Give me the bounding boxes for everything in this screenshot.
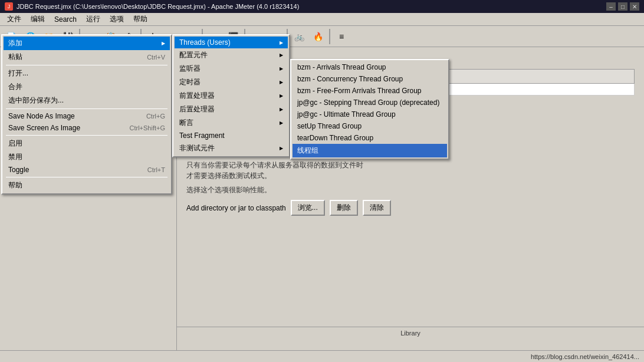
ctx-teardown[interactable]: tearDown Thread Group <box>293 132 447 144</box>
clear-button[interactable]: 🚲 <box>290 28 308 45</box>
ctx-sep-4 <box>6 177 167 177</box>
toggle-label: Toggle <box>8 166 29 174</box>
config-label: 配置元件 <box>179 50 208 60</box>
ctx-pre-processor[interactable]: 前置处理器 ▶ <box>175 89 288 103</box>
ctx-enable[interactable]: 启用 <box>4 137 170 150</box>
separator-6 <box>329 29 330 44</box>
clear-all-button[interactable]: 🔥 <box>309 28 327 45</box>
context-menu-3[interactable]: bzm - Arrivals Thread Group bzm - Concur… <box>290 59 449 160</box>
report-button[interactable]: ≡ <box>333 28 350 45</box>
post-processor-label: 后置处理器 <box>179 104 215 114</box>
menu-options[interactable]: 选项 <box>105 13 129 25</box>
non-test-arrow-icon: ▶ <box>280 146 283 151</box>
status-url: https://blog.csdn.net/weixin_462414... <box>531 353 639 360</box>
ctx-save-node[interactable]: Save Node As Image Ctrl+G <box>4 110 170 122</box>
add-arrow-icon: ▶ <box>162 41 165 46</box>
menu-bar: 文件 编辑 Search 运行 选项 帮助 <box>0 13 644 26</box>
setup-label: setUp Thread Group <box>297 122 362 130</box>
ctx-setup[interactable]: setUp Thread Group <box>293 120 447 132</box>
ctx-disable[interactable]: 禁用 <box>4 150 170 164</box>
ctx-assertion[interactable]: 断言 ▶ <box>175 116 288 130</box>
ctx-merge[interactable]: 合并 <box>4 80 170 94</box>
pre-arrow-icon: ▶ <box>280 93 283 98</box>
menu-file[interactable]: 文件 <box>2 13 26 25</box>
ctx-jpgc-ultimate[interactable]: jp@gc - Ultimate Thread Group <box>293 108 447 120</box>
window-controls[interactable]: – □ ✕ <box>606 2 639 11</box>
timer-arrow-icon: ▶ <box>280 80 283 85</box>
threads-label: Threads (Users) <box>179 38 231 47</box>
clear-classpath-button[interactable]: 清除 <box>363 200 391 216</box>
listener-label: 监听器 <box>179 64 201 74</box>
help-label: 帮助 <box>8 180 22 190</box>
ctx-open[interactable]: 打开... <box>4 67 170 80</box>
ctx-paste[interactable]: 粘贴 Ctrl+V <box>4 50 170 64</box>
save-node-shortcut: Ctrl+G <box>146 113 165 120</box>
menu-edit[interactable]: 编辑 <box>26 13 50 25</box>
post-arrow-icon: ▶ <box>280 107 283 112</box>
config-arrow-icon: ▶ <box>280 52 283 58</box>
ctx-non-test[interactable]: 非测试元件 ▶ <box>175 141 288 155</box>
maximize-button[interactable]: □ <box>618 2 627 11</box>
bzm-free-form-label: bzm - Free-Form Arrivals Thread Group <box>297 87 422 95</box>
ctx-threads[interactable]: Threads (Users) ▶ <box>175 37 288 48</box>
paste-label: 粘贴 <box>8 52 22 62</box>
ctx-sep-3 <box>6 135 167 136</box>
ctx-help[interactable]: 帮助 <box>4 179 170 192</box>
delete-classpath-button[interactable]: 删除 <box>330 200 358 216</box>
ctx-toggle[interactable]: Toggle Ctrl+T <box>4 164 170 176</box>
pre-processor-label: 前置处理器 <box>179 91 215 101</box>
add-label: 添加 <box>8 38 22 48</box>
menu-search[interactable]: Search <box>50 14 81 25</box>
status-bar: https://blog.csdn.net/weixin_462414... <box>0 350 644 362</box>
ctx-bzm-arrivals[interactable]: bzm - Arrivals Thread Group <box>293 61 447 73</box>
ctx-thread-group[interactable]: 线程组 <box>293 144 447 157</box>
open-label: 打开... <box>8 68 28 78</box>
toggle-shortcut: Ctrl+T <box>147 166 165 173</box>
ctx-bzm-free-form[interactable]: bzm - Free-Form Arrivals Thread Group <box>293 85 447 97</box>
test-fragment-label: Test Fragment <box>179 131 225 140</box>
classpath-section: Add directory or jar to classpath 浏览... … <box>186 200 635 216</box>
menu-run[interactable]: 运行 <box>81 13 105 25</box>
ctx-config[interactable]: 配置元件 ▶ <box>175 48 288 62</box>
listener-arrow-icon: ▶ <box>280 66 283 71</box>
threads-arrow-icon: ▶ <box>280 40 283 45</box>
disable-label: 禁用 <box>8 152 22 162</box>
desc-line-1: 只有当你需要记录每个请求从服务器取得的数据到文件时 <box>186 160 635 170</box>
menu-help[interactable]: 帮助 <box>129 13 152 25</box>
ctx-sep-2 <box>6 108 167 109</box>
ctx-sep-1 <box>6 65 167 65</box>
ctx-save-part[interactable]: 选中部分保存为... <box>4 94 170 107</box>
ctx-bzm-concurrency[interactable]: bzm - Concurrency Thread Group <box>293 73 447 85</box>
ctx-save-screen[interactable]: Save Screen As Image Ctrl+Shift+G <box>4 122 170 134</box>
merge-label: 合并 <box>8 82 22 92</box>
bzm-arrivals-label: bzm - Arrivals Thread Group <box>297 63 386 71</box>
assertion-label: 断言 <box>179 118 193 128</box>
desc-line-3: 选择这个选项很影响性能。 <box>186 185 635 195</box>
thread-group-label: 线程组 <box>297 146 318 156</box>
teardown-item-label: tearDown Thread Group <box>297 134 373 142</box>
ctx-timer[interactable]: 定时器 ▶ <box>175 75 288 89</box>
browse-button[interactable]: 浏览... <box>291 200 325 216</box>
save-node-label: Save Node As Image <box>8 112 75 120</box>
enable-label: 启用 <box>8 139 22 149</box>
jpgc-ultimate-label: jp@gc - Ultimate Thread Group <box>297 110 396 119</box>
classpath-label: Add directory or jar to classpath <box>186 204 286 212</box>
jpgc-stepping-label: jp@gc - Stepping Thread Group (deprecate… <box>297 98 439 107</box>
non-test-label: 非测试元件 <box>179 143 215 153</box>
minimize-button[interactable]: – <box>606 2 616 11</box>
title-bar: J JDBC Request.jmx (C:\Users\lenovo\Desk… <box>0 0 644 13</box>
desc-line-2: 才需要选择函数测试模式。 <box>186 170 635 181</box>
close-button[interactable]: ✕ <box>630 2 639 11</box>
context-menu-1[interactable]: 添加 ▶ 粘贴 Ctrl+V 打开... 合并 选中部分保存为... Save … <box>1 34 172 195</box>
ctx-add[interactable]: 添加 ▶ <box>4 37 170 50</box>
desc-text: 只有当你需要记录每个请求从服务器取得的数据到文件时 才需要选择函数测试模式。 选… <box>186 160 635 195</box>
ctx-test-fragment[interactable]: Test Fragment <box>175 130 288 141</box>
assertion-arrow-icon: ▶ <box>280 120 283 126</box>
ctx-jpgc-stepping[interactable]: jp@gc - Stepping Thread Group (deprecate… <box>293 97 447 108</box>
library-label: Library <box>400 330 420 337</box>
ctx-listener[interactable]: 监听器 ▶ <box>175 62 288 75</box>
bzm-concurrency-label: bzm - Concurrency Thread Group <box>297 75 403 83</box>
context-menu-2[interactable]: Threads (Users) ▶ 配置元件 ▶ 监听器 ▶ 定时器 ▶ 前置处… <box>172 34 290 157</box>
ctx-post-processor[interactable]: 后置处理器 ▶ <box>175 103 288 116</box>
save-part-label: 选中部分保存为... <box>8 96 64 106</box>
